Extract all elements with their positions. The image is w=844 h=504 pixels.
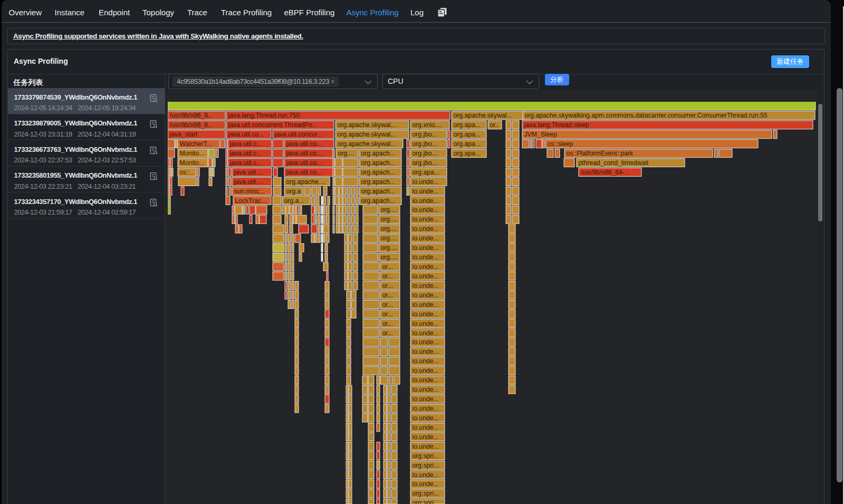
svg-text:org.spri...: org.spri...: [413, 499, 439, 504]
svg-text:io.unde...: io.unde...: [413, 254, 439, 261]
svg-text:or...: or...: [382, 292, 393, 299]
svg-text:org.apach...: org.apach...: [361, 188, 395, 195]
svg-text:java.util....: java.util....: [234, 178, 263, 186]
svg-text:org.apa...: org.apa...: [454, 140, 481, 148]
svg-text:io.unde...: io.unde...: [413, 235, 439, 242]
svg-text:io.unde...: io.unde...: [413, 348, 439, 356]
svg-text:io.unde...: io.unde...: [413, 244, 439, 251]
svg-text:java.util.co...: java.util.co...: [286, 140, 322, 148]
svg-text:java.lang.Thread.sleep: java.lang.Thread.sleep: [524, 121, 590, 129]
svg-text:org.a...: org.a...: [284, 197, 304, 205]
svg-text:Monito...: Monito...: [180, 159, 205, 167]
svg-text:or...: or...: [382, 329, 393, 337]
svg-text:os::...: os::...: [180, 169, 196, 176]
svg-text:or...: or...: [382, 263, 393, 270]
svg-text:java.util.co...: java.util.co...: [228, 131, 264, 138]
svg-text:org.apache....: org.apache....: [286, 178, 326, 186]
svg-text:java.util.co...: java.util.co...: [286, 169, 322, 176]
svg-text:java.util.c...: java.util.c...: [229, 159, 262, 167]
svg-text:or...: or...: [382, 301, 393, 308]
svg-text:org....: org....: [381, 207, 397, 214]
svg-text:io.unde...: io.unde...: [413, 282, 439, 289]
svg-text:io.unde...: io.unde...: [413, 273, 439, 280]
svg-text:io.unde...: io.unde...: [413, 311, 439, 318]
svg-text:org.jbo...: org.jbo...: [413, 140, 437, 148]
svg-text:io.unde...: io.unde...: [413, 197, 439, 205]
svg-text:org.jbo...: org.jbo...: [413, 150, 437, 157]
svg-text:or...: or...: [382, 273, 393, 280]
svg-text:io.unde...: io.unde...: [413, 292, 439, 299]
svg-text:java.util.c...: java.util.c...: [229, 150, 262, 157]
svg-text:org.apa...: org.apa...: [413, 169, 440, 176]
svg-text:org....: org....: [381, 216, 397, 224]
svg-text:io.unde...: io.unde...: [413, 424, 439, 431]
svg-text:io.unde...: io.unde...: [413, 301, 439, 308]
svg-text:org.apache.skywal...: org.apache.skywal...: [454, 112, 512, 119]
svg-text:io.unde...: io.unde...: [413, 414, 439, 422]
svg-text:io.unde...: io.unde...: [413, 216, 439, 224]
svg-text:io.unde...: io.unde...: [413, 357, 439, 365]
svg-text:org.jbo...: org.jbo...: [413, 131, 437, 138]
svg-text:io.unde...: io.unde...: [413, 481, 439, 488]
svg-text:or...: or...: [382, 282, 393, 289]
svg-text:or...: or...: [490, 121, 501, 129]
svg-text:org.apach...: org.apach...: [361, 169, 395, 176]
svg-text:java.util....: java.util....: [234, 169, 263, 176]
svg-text:io.unde...: io.unde...: [413, 376, 439, 384]
svg-text:org.apa...: org.apa...: [454, 121, 481, 129]
svg-text:io.unde...: io.unde...: [413, 386, 439, 393]
svg-text:java_start: java_start: [169, 131, 198, 138]
svg-text:io.unde...: io.unde...: [413, 263, 439, 270]
svg-text:io.unde...: io.unde...: [413, 225, 439, 232]
svg-text:java.util.concurrent.ThreadPo.: java.util.concurrent.ThreadPo...: [228, 121, 318, 129]
svg-text:WatcherT...: WatcherT...: [180, 140, 212, 148]
svg-text:pthread_cond_timedwait: pthread_cond_timedwait: [579, 159, 649, 167]
svg-text:java.util.co...: java.util.co...: [286, 159, 322, 167]
svg-text:org.apach...: org.apach...: [361, 150, 395, 157]
svg-text:/usr/lib/x86_6...: /usr/lib/x86_6...: [170, 112, 214, 119]
svg-text:java.util.co...: java.util.co...: [286, 150, 322, 157]
svg-text:or...: or...: [382, 320, 393, 327]
svg-text:org.apache.skywal...: org.apache.skywal...: [338, 131, 396, 138]
svg-text:io.unde...: io.unde...: [413, 320, 439, 327]
svg-text:org....: org....: [381, 235, 397, 242]
svg-text:org....: org....: [338, 150, 354, 157]
svg-text:io.unde...: io.unde...: [413, 339, 439, 346]
svg-text:or...: or...: [382, 311, 393, 318]
svg-text:java.util.concur...: java.util.concur...: [274, 131, 323, 138]
svg-text:org.spri...: org.spri...: [413, 490, 439, 497]
svg-text:io.unde...: io.unde...: [413, 433, 439, 441]
svg-text:io.unde...: io.unde...: [413, 443, 439, 450]
svg-text:io.unde...: io.unde...: [413, 471, 439, 479]
svg-text:io.unde...: io.unde...: [413, 395, 439, 403]
svg-text:io.unde...: io.unde...: [413, 178, 439, 186]
svg-text:/usr/lib/x86_64-...: /usr/lib/x86_64-...: [581, 169, 630, 176]
svg-text:os::PlatformEvent::park: os::PlatformEvent::park: [567, 150, 634, 157]
svg-text:org.xnio....: org.xnio....: [413, 121, 443, 129]
svg-text:org.apache.skywal...: org.apache.skywal...: [338, 140, 396, 148]
svg-text:io.unde...: io.unde...: [413, 367, 439, 374]
svg-text:JVM_Sleep: JVM_Sleep: [524, 131, 558, 138]
svg-text:org.spri...: org.spri...: [413, 452, 439, 460]
svg-text:io.unde...: io.unde...: [413, 405, 439, 412]
svg-text:org.apach...: org.apach...: [361, 159, 395, 167]
svg-text:io.unde...: io.unde...: [413, 207, 439, 214]
svg-text:org.apache.skywal...: org.apache.skywal...: [338, 121, 396, 129]
svg-text:org.apach...: org.apach...: [361, 197, 395, 205]
svg-text:java.lang.Thread.run:750: java.lang.Thread.run:750: [228, 112, 300, 119]
svg-text:org....: org....: [381, 244, 397, 251]
svg-text:io.unde...: io.unde...: [413, 329, 439, 337]
svg-text:/usr/lib/x86_6...: /usr/lib/x86_6...: [170, 121, 214, 129]
svg-text:Monito...: Monito...: [180, 150, 205, 157]
svg-text:org....: org....: [381, 225, 397, 232]
svg-text:java.util.c...: java.util.c...: [229, 140, 262, 148]
svg-text:org.jbo...: org.jbo...: [413, 159, 437, 167]
svg-text:LockTrac...: LockTrac...: [235, 197, 267, 205]
svg-text:org.apach...: org.apach...: [361, 178, 395, 186]
svg-text:org.apa...: org.apa...: [454, 150, 481, 157]
svg-text:org.spri...: org.spri...: [413, 462, 439, 469]
svg-text:org.apa...: org.apa...: [454, 131, 481, 138]
svg-text:org....: org....: [381, 254, 397, 261]
svg-text:sun.misc...: sun.misc...: [234, 188, 265, 195]
svg-text:io.unde...: io.unde...: [413, 188, 439, 195]
